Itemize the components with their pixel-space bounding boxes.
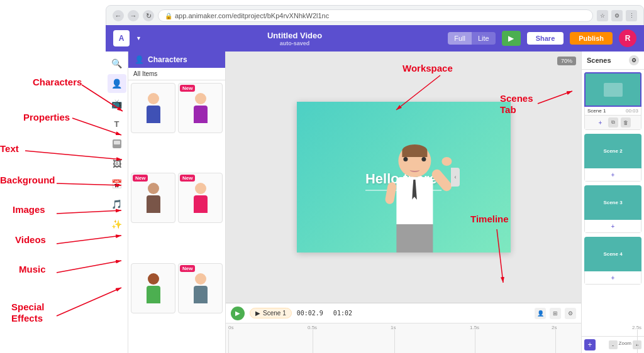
nav-back-button[interactable]: ← bbox=[113, 10, 124, 21]
workspace-canvas[interactable]: 70% Hello there! bbox=[226, 52, 581, 303]
scene-add-button-2[interactable]: + bbox=[608, 170, 618, 180]
ruler-line-25 bbox=[637, 330, 638, 353]
scene-item-2[interactable]: Scene 2 + bbox=[584, 134, 641, 182]
scene-item-1[interactable]: Scene 1 00:03 + ⧉ 🗑 bbox=[584, 72, 641, 130]
panel-header: 👤 Characters bbox=[128, 52, 225, 68]
char-body-3 bbox=[147, 195, 160, 213]
scenes-header-more[interactable]: ⚙ bbox=[629, 55, 639, 65]
more-icon[interactable]: ⋮ bbox=[626, 10, 637, 21]
timeline-time-end: 01:02 bbox=[333, 310, 352, 317]
browser-icons-right: ☆ ⚙ ⋮ bbox=[597, 10, 637, 21]
scene-actions-1: + ⧉ 🗑 bbox=[584, 116, 641, 130]
timeline-controls: ▶ ▶ Scene 1 00:02.9 01:02 👤 ⊞ ⚙ bbox=[226, 303, 581, 323]
sidebar-text[interactable]: T bbox=[108, 114, 126, 133]
publish-button[interactable]: Publish bbox=[570, 32, 613, 45]
annotation-music: Music bbox=[19, 264, 46, 274]
scene-add-bar-2: + bbox=[584, 168, 641, 182]
character-item-2[interactable]: New bbox=[178, 83, 223, 133]
scene-name-4: Scene 4 bbox=[603, 251, 622, 257]
char-figure-2 bbox=[194, 93, 208, 123]
char-hand bbox=[441, 157, 452, 166]
scene-duration-1: 00:03 bbox=[626, 108, 638, 114]
address-bar[interactable]: 🔒 app.animaker.com/editproject/bKp4rvXNh… bbox=[158, 9, 593, 22]
scenes-header-title: Scenes bbox=[587, 57, 611, 64]
new-badge-4: New bbox=[180, 175, 195, 182]
scene-item-3[interactable]: Scene 3 + bbox=[584, 185, 641, 233]
sidebar-characters[interactable]: 👤 bbox=[108, 74, 126, 93]
char-body-6 bbox=[194, 286, 208, 303]
sidebar-videos[interactable]: 📅 bbox=[108, 175, 126, 193]
character-item-1[interactable] bbox=[131, 83, 175, 133]
char-head-6 bbox=[195, 273, 206, 285]
ruler-line-0 bbox=[228, 330, 229, 353]
char-body-1 bbox=[147, 106, 160, 123]
scene-add-button-1[interactable]: + bbox=[596, 117, 606, 128]
char-mouth bbox=[409, 168, 419, 172]
svg-rect-1 bbox=[114, 141, 120, 144]
toggle-lite-button[interactable]: Lite bbox=[472, 32, 496, 45]
scene-delete-button-1[interactable]: 🗑 bbox=[621, 117, 631, 128]
timeline-grid-icon[interactable]: ⊞ bbox=[550, 308, 561, 319]
char-right-eye bbox=[421, 157, 426, 161]
char-illus-head bbox=[398, 144, 431, 177]
scenes-list: Scene 1 00:03 + ⧉ 🗑 Scene 2 + bbox=[582, 70, 644, 336]
scene-thumb-1 bbox=[584, 72, 641, 107]
ruler-mark-0: 0s bbox=[228, 325, 233, 330]
character-item-5[interactable] bbox=[131, 263, 175, 313]
character-item-6[interactable]: New bbox=[178, 263, 223, 313]
all-items-label: All Items bbox=[128, 68, 225, 80]
app-body: 🔍 👤 📺 T 🖼 📅 🎵 ✨ 👤 Characters All Items bbox=[106, 52, 644, 353]
scene-add-button-3[interactable]: + bbox=[608, 221, 618, 231]
char-head-2 bbox=[195, 93, 206, 104]
sidebar-search[interactable]: 🔍 bbox=[108, 54, 126, 73]
ruler-mark-1: 1s bbox=[391, 325, 396, 330]
bookmark-icon[interactable]: ☆ bbox=[597, 10, 608, 21]
char-tie bbox=[412, 180, 417, 200]
logo-dropdown[interactable]: ▼ bbox=[136, 35, 142, 41]
panel-collapse-button[interactable]: ‹ bbox=[451, 168, 460, 187]
sidebar-background[interactable] bbox=[108, 134, 126, 153]
toggle-full-button[interactable]: Full bbox=[448, 32, 472, 45]
scenes-panel: Scenes ⚙ Scene 1 00:03 + ⧉ 🗑 bbox=[581, 52, 644, 353]
user-avatar[interactable]: R bbox=[619, 30, 636, 47]
new-badge-6: New bbox=[180, 265, 195, 272]
app-header: A ▼ Untitled Video auto-saved Full Lite … bbox=[106, 25, 644, 52]
scene-add-button-4[interactable]: + bbox=[608, 273, 618, 283]
timeline-time-start: 00:02.9 bbox=[297, 310, 323, 317]
timeline-play-button[interactable]: ▶ bbox=[231, 307, 245, 320]
sidebar-music[interactable]: 🎵 bbox=[108, 195, 126, 214]
timeline-scene-label: ▶ Scene 1 bbox=[250, 308, 292, 318]
scene-copy-button-1[interactable]: ⧉ bbox=[608, 117, 618, 128]
add-scene-button[interactable]: + bbox=[584, 339, 596, 350]
zoom-indicator: 70% bbox=[557, 57, 576, 65]
timeline-avatar-icon[interactable]: 👤 bbox=[535, 308, 546, 319]
share-button[interactable]: Share bbox=[527, 32, 564, 45]
scene-info-1: Scene 1 00:03 bbox=[584, 107, 641, 116]
title-text: Untitled Video bbox=[267, 31, 322, 40]
new-badge-3: New bbox=[133, 175, 148, 182]
char-body-4 bbox=[194, 195, 208, 213]
sidebar-special-effects[interactable]: ✨ bbox=[108, 215, 126, 234]
scene-item-4[interactable]: Scene 4 + bbox=[584, 237, 641, 285]
extension-icon[interactable]: ⚙ bbox=[611, 10, 623, 21]
zoom-out-button[interactable]: - bbox=[609, 340, 618, 349]
char-figure-5 bbox=[147, 273, 160, 303]
canvas-character bbox=[396, 144, 433, 253]
sidebar-images[interactable]: 🖼 bbox=[108, 155, 126, 173]
nav-refresh-button[interactable]: ↻ bbox=[143, 10, 154, 21]
char-body bbox=[396, 177, 433, 224]
character-item-3[interactable]: New bbox=[131, 173, 175, 223]
ruler-line-15 bbox=[475, 330, 475, 353]
timeline-settings-icon[interactable]: ⚙ bbox=[565, 308, 576, 319]
scene-add-bar-3: + bbox=[584, 220, 641, 233]
preview-play-button[interactable]: ▶ bbox=[502, 31, 521, 46]
characters-grid: New New New bbox=[128, 80, 225, 353]
nav-forward-button[interactable]: → bbox=[128, 10, 139, 21]
annotation-special-effects: SpecialEffects bbox=[11, 301, 45, 324]
new-badge-2: New bbox=[180, 85, 195, 92]
character-item-4[interactable]: New bbox=[178, 173, 223, 223]
canvas-container[interactable]: Hello there! bbox=[297, 102, 511, 253]
sidebar-properties[interactable]: 📺 bbox=[108, 94, 126, 113]
char-body-5 bbox=[147, 286, 160, 303]
annotation-properties: Properties bbox=[23, 112, 70, 122]
